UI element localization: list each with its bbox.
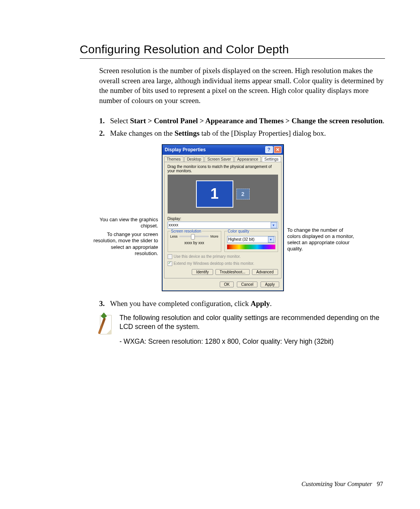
step-1-path: Start > Control Panel > Appearance and T… (130, 117, 383, 125)
footer-text: Customizing Your Computer (301, 481, 372, 487)
resolution-legend: Screen resolution (170, 229, 202, 233)
display-dropdown[interactable]: xxxxx ▾ (168, 222, 278, 229)
tab-settings[interactable]: Settings (262, 156, 281, 162)
callout-color-quality: To change the number of colors displayed… (287, 227, 357, 252)
monitor-1[interactable]: 1 (196, 180, 233, 208)
step-3-a: When you have completed configuration, c… (110, 299, 250, 308)
step-2-b: tab of the [Display Properties] dialog b… (200, 129, 326, 137)
primary-monitor-checkbox: Use this device as the primary monitor. (168, 254, 278, 259)
step-2: 2. Make changes on the Settings tab of t… (99, 129, 385, 138)
step-3-b: . (270, 299, 272, 308)
color-quality-group: Color quality Highest (32 bit) ▾ (224, 231, 278, 252)
step-3: 3. When you have completed configuration… (99, 299, 385, 308)
identify-button[interactable]: Identify (192, 269, 213, 275)
cancel-button[interactable]: Cancel (237, 282, 257, 287)
step-1-post: . (383, 117, 385, 125)
resolution-slider[interactable] (179, 236, 209, 237)
ok-button[interactable]: OK (220, 282, 234, 287)
note-block: The following resolution and color quali… (99, 313, 385, 346)
callout-right: To change the number of colors displayed… (287, 145, 357, 255)
tab-themes[interactable]: Themes (164, 156, 184, 162)
extend-desktop-label: Extend my Windows desktop onto this moni… (174, 261, 254, 266)
note-line-1: The following resolution and color quali… (119, 313, 385, 332)
display-label: Display: (168, 217, 278, 221)
tab-screensaver[interactable]: Screen Saver (205, 156, 234, 162)
close-icon[interactable]: ✕ (274, 146, 282, 153)
step-1-pre: Select (110, 117, 130, 125)
step-2-a: Make changes on the (110, 129, 175, 137)
step-1: 1. Select Start > Control Panel > Appear… (99, 117, 385, 125)
resolution-value: xxxx by xxx (170, 241, 219, 245)
color-quality-legend: Color quality (227, 229, 250, 233)
monitor-arrangement[interactable]: 1 2 (168, 175, 278, 213)
callout-resolution-slider: To change your screen resolution, move t… (88, 231, 158, 257)
slider-more-label: More (210, 234, 219, 238)
extend-desktop-checkbox: Extend my Windows desktop onto this moni… (168, 261, 278, 266)
callout-left: You can view the graphics chipset. To ch… (88, 145, 158, 259)
monitor-2[interactable]: 2 (236, 189, 250, 199)
tab-desktop[interactable]: Desktop (184, 156, 204, 162)
help-icon[interactable]: ? (265, 146, 273, 153)
primary-monitor-label: Use this device as the primary monitor. (174, 254, 241, 259)
dialog-title: Display Properties (165, 147, 264, 152)
tab-strip: Themes Desktop Screen Saver Appearance S… (163, 155, 283, 162)
intro-text: Screen resolution is the number of pixel… (99, 66, 385, 106)
settings-panel: Drag the monitor icons to match the phys… (164, 162, 282, 278)
color-spectrum (227, 245, 275, 249)
title-rule (80, 58, 385, 59)
tab-appearance[interactable]: Appearance (234, 156, 261, 162)
step-3-bold: Apply (250, 299, 270, 308)
page-footer: Customizing Your Computer 97 (301, 481, 383, 488)
note-line-2: - WXGA: Screen resolution: 1280 x 800, C… (119, 337, 385, 346)
display-value: xxxxx (169, 223, 178, 227)
apply-button[interactable]: Apply (261, 282, 279, 287)
troubleshoot-button[interactable]: Troubleshoot... (215, 269, 250, 275)
display-properties-dialog: Display Properties ? ✕ Themes Desktop Sc… (162, 145, 284, 291)
titlebar: Display Properties ? ✕ (163, 145, 283, 155)
chevron-down-icon: ▾ (271, 222, 277, 228)
note-icon (99, 313, 112, 334)
callout-graphics-chipset: You can view the graphics chipset. (88, 217, 158, 229)
color-quality-value: Highest (32 bit) (228, 237, 255, 241)
arrangement-hint: Drag the monitor icons to match the phys… (168, 164, 278, 173)
page-number: 97 (377, 481, 383, 487)
step-2-bold: Settings (175, 129, 200, 137)
page-title: Configuring Resolution and Color Depth (80, 43, 385, 56)
color-quality-dropdown[interactable]: Highest (32 bit) ▾ (227, 236, 275, 243)
advanced-button[interactable]: Advanced (252, 269, 278, 275)
figure-display-properties: You can view the graphics chipset. To ch… (60, 145, 385, 291)
slider-less-label: Less (170, 234, 178, 238)
screen-resolution-group: Screen resolution Less More xxxx by xxx (168, 231, 221, 252)
chevron-down-icon: ▾ (268, 236, 274, 243)
